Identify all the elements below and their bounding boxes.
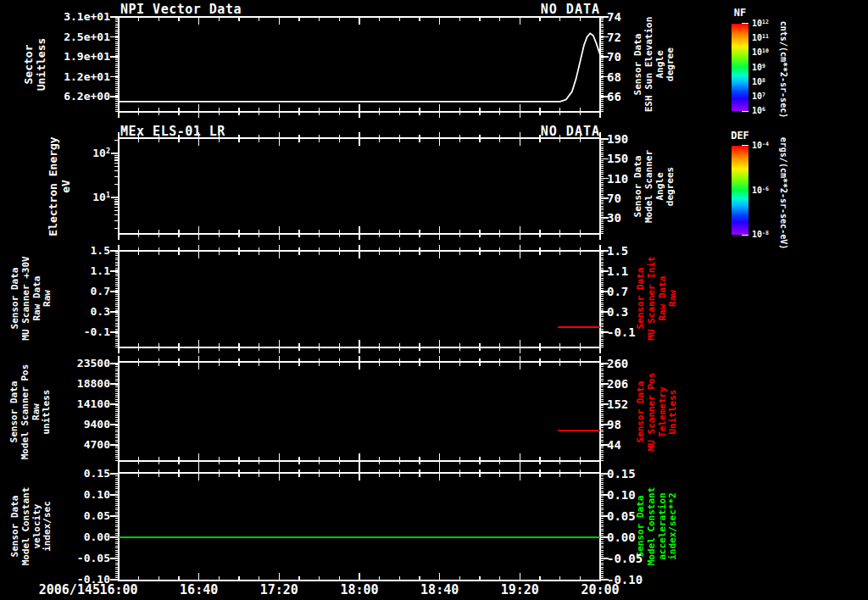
panel4-right-tick-label: 260 [607,358,666,369]
panel3-left-tick-label: 0.7 [0,286,110,297]
panel2-right-tick-label: 110 [607,173,666,185]
time-tick-label: 18:40 [413,582,467,597]
panel3-right-tick-label: -0.1 [607,326,666,338]
time-tick-label: 17:20 [252,582,306,597]
colorbar-nf-tick-label: 106 [752,106,789,116]
panel3-left-tick-label: 0.3 [0,306,110,318]
panel5-left-tick-label: 0.15 [0,468,110,480]
panel1-right-tick-label: 70 [607,51,666,63]
panel5-axes [110,467,609,581]
panel4-right-tick-label: 152 [607,398,666,410]
panel4-axes [110,356,609,467]
panel5-left-tick-label: 0.00 [0,531,110,543]
panel2-axes [111,132,609,240]
panel2-left-tick-label: 102 [0,147,110,159]
panel3-right-tick-label: 0.3 [607,306,666,318]
panel1-right-tick-label: 72 [607,31,666,43]
panel1-axes [110,17,609,118]
colorbar-nf-tick-label: 1012 [752,19,789,29]
colorbar-nf-tick-label: 1010 [752,47,789,58]
panel2-status: NO DATA [414,124,600,139]
panel4-left-tick-label: 23500 [0,358,110,369]
colorbar-def-tick-label: 10-6 [752,186,789,196]
panel1-left-tick-label: 1.2e+01 [0,71,110,83]
panel3-right-tick-label: 1.1 [607,265,666,277]
panel1-left-axis-label: Sector Unitless [22,38,47,92]
panel5-left-tick-label: 0.05 [0,510,110,522]
panel5-right-tick-label: -0.05 [607,553,666,564]
data-line-esh-sun-elevation-angle [119,33,600,101]
panel4-right-tick-label: 44 [607,439,666,451]
date-label: 2006/145 [15,582,100,597]
panel4-left-tick-label: 14100 [0,398,110,410]
panel1-left-tick-label: 3.1e+01 [0,11,110,23]
panel5-right-tick-label: 0.15 [607,468,666,480]
panel3-right-tick-label: 0.7 [607,286,666,297]
panel3-left-tick-label: -0.1 [0,326,110,338]
panel2-right-tick-label: 190 [607,133,666,145]
panel3-axes [110,245,609,353]
panel1-title: NPI Vector Data [120,2,242,17]
panel1-left-tick-label: 6.2e+00 [0,91,110,103]
panel5-right-tick-label: 0.05 [607,510,666,522]
colorbar-nf-tick-label: 109 [752,63,789,73]
panel3-left-tick-label: 1.5 [0,245,110,257]
panel3-left-tick-label: 1.1 [0,265,110,277]
panel2-title: MEx ELS-01 LR [120,124,225,139]
colorbar-def-tick-label: 10-8 [752,230,789,240]
panel2-right-tick-label: 70 [607,192,666,204]
panel1-left-tick-label: 2.5e+01 [0,31,110,43]
panel2-right-tick-label: 150 [607,153,666,164]
panel4-right-tick-label: 206 [607,378,666,390]
panel1-right-tick-label: 68 [607,71,666,83]
time-tick-label: 20:00 [573,582,627,597]
panel2-left-tick-label: 101 [0,192,110,203]
colorbar-def-title: DEF [723,130,757,142]
colorbar-def-tick-label: 10-4 [752,141,789,151]
panel1-right-tick-label: 66 [607,91,666,103]
colorbar-nf-tick-label: 1011 [752,33,789,43]
panel2-right-tick-label: 30 [607,212,666,224]
panel5-left-tick-label: 0.10 [0,489,110,501]
panel5-left-tick-label: -0.05 [0,553,110,564]
panel4-left-tick-label: 9400 [0,419,110,431]
panel5-right-tick-label: 0.10 [607,489,666,501]
science-multipanel-plot: NPI Vector Data NO DATA MEx ELS-01 LR NO… [0,0,868,600]
time-tick-label: 18:00 [332,582,387,597]
panel4-left-tick-label: 18800 [0,378,110,390]
colorbar-nf [732,24,748,111]
panel4-right-tick-label: 98 [607,419,666,431]
colorbar-nf-title: NF [723,7,757,19]
panel1-left-tick-label: 1.9e+01 [0,51,110,63]
colorbar-nf-tick-label: 108 [752,77,789,87]
panel1-right-tick-label: 74 [607,11,666,23]
panel5-right-tick-label: 0.00 [607,531,666,543]
time-tick-label: 19:20 [492,582,547,597]
colorbar-nf-tick-label: 107 [752,92,789,102]
panel1-status: NO DATA [414,2,600,17]
panel4-left-tick-label: 4700 [0,439,110,451]
colorbar-def [732,146,748,235]
panel3-right-tick-label: 1.5 [607,245,666,257]
time-tick-label: 16:40 [172,582,226,597]
